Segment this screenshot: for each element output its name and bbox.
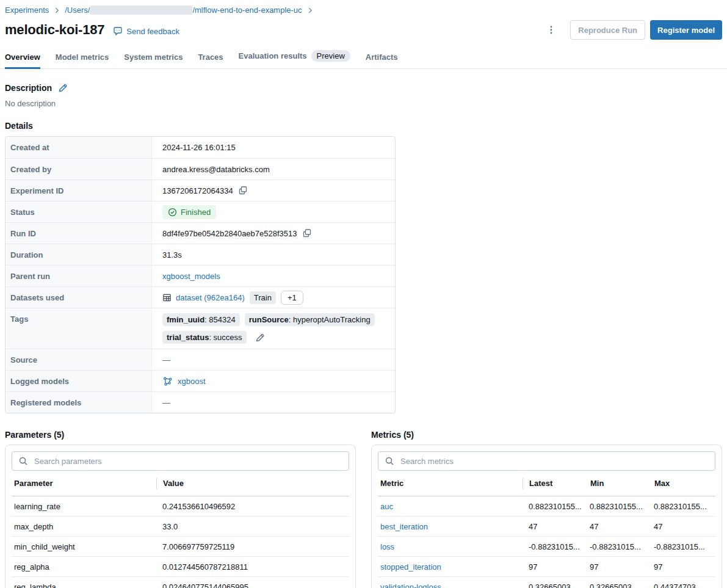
breadcrumb-path-prefix: /Users/: [65, 5, 90, 15]
metric-latest: 47: [523, 522, 590, 531]
overflow-menu-button[interactable]: [543, 22, 559, 38]
tag-key: runSource: [249, 315, 289, 324]
tab-overview[interactable]: Overview: [5, 53, 40, 69]
tab-artifacts[interactable]: Artifacts: [366, 53, 398, 69]
column-header-latest: Latest: [523, 479, 590, 488]
row-label: Datasets used: [5, 287, 152, 308]
description-header: Description: [5, 83, 722, 93]
row-label: Created at: [5, 137, 152, 158]
page: Experiments /Users/ /mlflow-end-to-end-e…: [0, 0, 727, 40]
created-at-value: 2024-11-26 16:01:15: [162, 143, 236, 152]
details-row-registered-models: Registered models —: [5, 391, 395, 413]
row-label: Experiment ID: [5, 180, 152, 201]
tag-value: 854324: [209, 315, 235, 324]
row-label: Tags: [5, 308, 152, 349]
tab-model-metrics[interactable]: Model metrics: [56, 53, 109, 69]
breadcrumb-experiment-path-link[interactable]: /Users/ /mlflow-end-to-end-example-uc: [65, 5, 302, 15]
title-row: melodic-koi-187 Send feedback Reproduce …: [5, 20, 722, 40]
feedback-bubble-icon: [113, 26, 123, 36]
metric-link[interactable]: auc: [380, 502, 393, 511]
details-row-duration: Duration 31.3s: [5, 244, 395, 265]
search-icon: [385, 456, 394, 466]
parameters-card: Parameter Value learning_rate 0.24153661…: [5, 445, 356, 588]
metrics-section: Metrics (5) Metric Latest Min Max auc: [371, 430, 722, 588]
metric-max: 0.44374703...: [654, 583, 715, 588]
send-feedback-link[interactable]: Send feedback: [113, 26, 179, 36]
parameter-value: 0.024640775144065995: [156, 583, 349, 588]
details-row-run-id: Run ID 8df4fe97be0542b2840aeb7e528f3513: [5, 222, 395, 244]
metrics-search: [378, 451, 715, 471]
chevron-right-icon: [53, 7, 60, 14]
row-label: Status: [5, 201, 152, 222]
metric-link[interactable]: best_iteration: [380, 522, 428, 531]
details-row-status: Status Finished: [5, 201, 395, 222]
metric-row: auc 0.882310155... 0.882310155... 0.8823…: [378, 496, 715, 517]
parameter-name: reg_lambda: [12, 583, 156, 588]
register-model-button[interactable]: Register model: [650, 20, 722, 40]
details-row-datasets-used: Datasets used dataset (962ea164) Train +…: [5, 286, 395, 308]
tag-pill: trial_status: success: [162, 331, 247, 344]
status-text: Finished: [181, 208, 211, 217]
redacted-username: [90, 5, 192, 15]
search-icon: [18, 456, 28, 466]
metrics-table-header: Metric Latest Min Max: [378, 471, 715, 496]
preview-badge: Preview: [311, 50, 350, 62]
tag-pill: fmin_uuid: 854324: [162, 313, 240, 326]
metric-row: best_iteration 47 47 47: [378, 517, 715, 537]
metric-max: 97: [654, 562, 715, 572]
registered-models-value: —: [162, 398, 170, 407]
tab-evaluation-results[interactable]: Evaluation results Preview: [239, 50, 350, 69]
tag-key: trial_status: [167, 333, 209, 342]
metric-row: stopped_iteration 97 97 97: [378, 557, 715, 577]
send-feedback-label: Send feedback: [126, 27, 179, 36]
metric-link[interactable]: loss: [380, 542, 394, 551]
column-header-value: Value: [157, 479, 349, 488]
metric-min: 97: [590, 562, 654, 572]
breadcrumb-path-suffix: /mlflow-end-to-end-example-uc: [192, 5, 302, 15]
parameter-row: max_depth 33.0: [12, 517, 349, 537]
row-label: Source: [5, 349, 152, 370]
tag-pill: runSource: hyperoptAutoTracking: [245, 313, 375, 326]
row-label: Run ID: [5, 223, 152, 244]
parameter-row: reg_lambda 0.024640775144065995: [12, 577, 349, 588]
metric-min: 47: [590, 522, 654, 531]
tag-value: hyperoptAutoTracking: [293, 315, 371, 324]
copy-icon[interactable]: [238, 186, 248, 195]
row-label: Registered models: [5, 392, 152, 413]
logged-model-link[interactable]: xgboost: [178, 377, 206, 386]
tag-separator: :: [209, 333, 213, 342]
parent-run-link[interactable]: xgboost_models: [162, 272, 220, 281]
parameter-name: learning_rate: [12, 502, 156, 511]
dataset-link[interactable]: dataset (962ea164): [176, 293, 245, 302]
parameter-name: reg_alpha: [12, 562, 156, 572]
check-circle-icon: [168, 208, 177, 217]
edit-description-pencil-icon[interactable]: [58, 83, 68, 93]
datasets-more-button[interactable]: +1: [281, 291, 303, 305]
details-table: Created at 2024-11-26 16:01:15 Created b…: [5, 136, 396, 413]
metric-min: 0.32665003...: [590, 583, 654, 588]
metric-latest: -0.88231015...: [523, 542, 590, 551]
row-label: Logged models: [5, 371, 152, 391]
parameter-value: 33.0: [156, 522, 349, 531]
parameter-value: 7.006697759725119: [156, 542, 349, 551]
metric-link[interactable]: stopped_iteration: [380, 562, 441, 572]
column-header-metric: Metric: [378, 479, 523, 488]
parameters-section: Parameters (5) Parameter Value learning_…: [5, 430, 356, 588]
tab-system-metrics[interactable]: System metrics: [124, 53, 183, 69]
parameters-search-input[interactable]: [33, 456, 342, 466]
metrics-search-input[interactable]: [399, 456, 709, 466]
overview-content: Description No description Details Creat…: [0, 83, 727, 588]
copy-icon[interactable]: [302, 228, 312, 238]
column-header-parameter: Parameter: [12, 479, 156, 488]
metric-latest: 0.32665003...: [523, 583, 590, 588]
reproduce-run-button[interactable]: Reproduce Run: [570, 20, 645, 40]
dataset-table-icon: [162, 293, 172, 302]
edit-tags-pencil-icon[interactable]: [255, 333, 265, 343]
tab-traces[interactable]: Traces: [198, 53, 223, 69]
metric-row: loss -0.88231015... -0.88231015... -0.88…: [378, 537, 715, 557]
metric-min: -0.88231015...: [590, 542, 654, 551]
metric-row: validation-logloss 0.32665003... 0.32665…: [378, 577, 715, 588]
created-by-value: andrea.kress@databricks.com: [162, 165, 270, 174]
breadcrumb-experiments-link[interactable]: Experiments: [5, 5, 49, 15]
metric-link[interactable]: validation-logloss: [380, 583, 441, 588]
